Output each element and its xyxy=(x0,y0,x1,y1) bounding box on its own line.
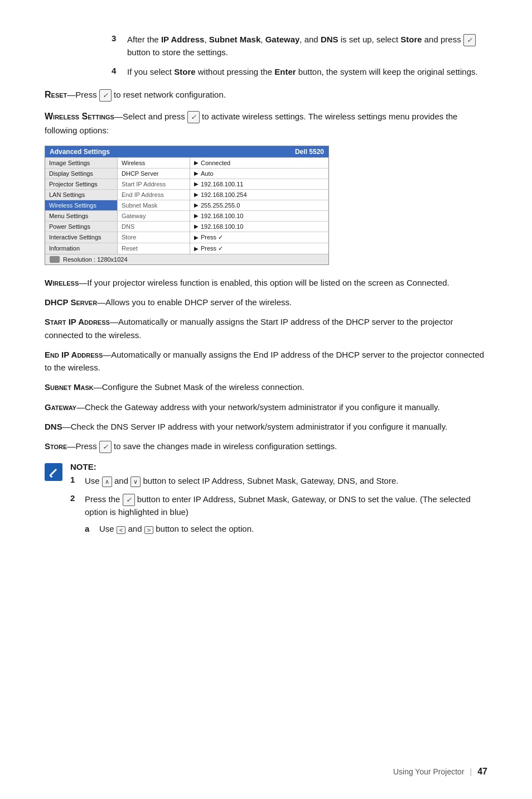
note-sub-text-a: Use < and > button to select the option. xyxy=(99,524,254,533)
desc-subnet: Subnet Mask—Configure the Subnet Mask of… xyxy=(45,381,487,393)
sub-label-a: a xyxy=(85,524,94,533)
left-arrow-btn: < xyxy=(117,526,125,534)
osd-row-8: Information Reset ▶ Press ✓ xyxy=(45,243,328,254)
osd-val-subnet: ▶ 255.255.255.0 xyxy=(190,200,328,210)
desc-start-ip: Start IP Address—Automatically or manual… xyxy=(45,315,487,341)
osd-mid-wireless: Wireless xyxy=(118,158,190,168)
osd-footer-icon xyxy=(50,256,60,263)
osd-row-7: Interactive Settings Store ▶ Press ✓ xyxy=(45,232,328,243)
note-num-2: 2 xyxy=(70,493,79,519)
osd-mid-reset: Reset xyxy=(118,243,190,254)
note-icon xyxy=(45,463,62,481)
wireless-settings-section: Wireless Settings—Select and press ✓ to … xyxy=(45,110,487,137)
note-enter-btn: ✓ xyxy=(123,494,135,506)
osd-mid-dhcp: DHCP Server xyxy=(118,169,190,179)
osd-header-model: Dell 5520 xyxy=(295,148,324,156)
osd-mid-store: Store xyxy=(118,232,190,243)
desc-wireless: Wireless—If your projector wireless func… xyxy=(45,276,487,289)
step-4: 4 If you select Store without pressing t… xyxy=(112,66,487,79)
wireless-settings-label: Wireless Settings xyxy=(45,112,114,121)
osd-footer: Resolution : 1280x1024 xyxy=(45,254,328,264)
note-text-2: Press the ✓ button to enter IP Address, … xyxy=(85,493,487,519)
page-number: 47 xyxy=(477,767,487,777)
osd-menu-power: Power Settings xyxy=(45,222,118,232)
up-arrow-btn: ∧ xyxy=(102,476,112,487)
page-footer: Using Your Projector | 47 xyxy=(393,767,487,777)
store-btn-icon: ✓ xyxy=(99,441,112,454)
step-3-number: 3 xyxy=(112,33,120,59)
osd-header-title: Advanced Settings xyxy=(50,148,110,156)
osd-row-5: Menu Settings Gateway ▶ 192.168.100.10 xyxy=(45,210,328,221)
osd-val-startip: ▶ 192.168.100.11 xyxy=(190,179,328,189)
osd-row-3: LAN Settings End IP Address ▶ 192.168.10… xyxy=(45,189,328,200)
step-3-text: After the IP Address, Subnet Mask, Gatew… xyxy=(127,33,487,59)
step-4-text: If you select Store without pressing the… xyxy=(127,66,487,79)
osd-menu-projector: Projector Settings xyxy=(45,179,118,189)
osd-val-endip: ▶ 192.168.100.254 xyxy=(190,190,328,200)
osd-menu-interactive: Interactive Settings xyxy=(45,232,118,243)
note-item-1: 1 Use ∧ and ∨ button to select IP Addres… xyxy=(70,475,487,488)
osd-menu-lan: LAN Settings xyxy=(45,190,118,200)
reset-btn-icon: ✓ xyxy=(99,89,112,102)
step-3: 3 After the IP Address, Subnet Mask, Gat… xyxy=(112,33,487,59)
osd-row-2: Projector Settings Start IP Address ▶ 19… xyxy=(45,179,328,189)
down-arrow-btn: ∨ xyxy=(130,476,141,487)
note-content: NOTE: 1 Use ∧ and ∨ button to select IP … xyxy=(70,462,487,533)
osd-val-dns: ▶ 192.168.100.10 xyxy=(190,222,328,232)
step-4-number: 4 xyxy=(112,66,120,79)
osd-val-gateway: ▶ 192.168.100.10 xyxy=(190,211,328,221)
note-num-1: 1 xyxy=(70,475,79,488)
pencil-icon xyxy=(48,466,59,478)
osd-menu-image: Image Settings xyxy=(45,158,118,168)
desc-gateway: Gateway—Check the Gateway address with y… xyxy=(45,401,487,413)
osd-mid-startip: Start IP Address xyxy=(118,179,190,189)
osd-menu-info: Information xyxy=(45,243,118,254)
osd-row-6: Power Settings DNS ▶ 192.168.100.10 xyxy=(45,221,328,232)
osd-footer-resolution: Resolution : 1280x1024 xyxy=(63,256,128,263)
osd-row-1: Display Settings DHCP Server ▶ Auto xyxy=(45,168,328,179)
wireless-settings-btn-icon: ✓ xyxy=(187,111,200,124)
osd-menu-menu: Menu Settings xyxy=(45,211,118,221)
desc-end-ip: End IP Address—Automatically or manually… xyxy=(45,348,487,374)
osd-menu-wireless: Wireless Settings xyxy=(45,200,118,210)
osd-table: Advanced Settings Dell 5520 Image Settin… xyxy=(45,146,329,265)
osd-val-auto: ▶ Auto xyxy=(190,169,328,179)
footer-separator: | xyxy=(470,767,472,776)
desc-store: Store—Press ✓ to save the changes made i… xyxy=(45,440,487,453)
osd-mid-dns: DNS xyxy=(118,222,190,232)
footer-text: Using Your Projector xyxy=(393,767,465,776)
osd-header: Advanced Settings Dell 5520 xyxy=(45,146,328,157)
osd-mid-gateway: Gateway xyxy=(118,211,190,221)
note-title: NOTE: xyxy=(70,462,487,471)
note-item-2: 2 Press the ✓ button to enter IP Address… xyxy=(70,493,487,519)
reset-section: Reset—Press ✓ to reset network configura… xyxy=(45,88,487,102)
osd-mid-subnet: Subnet Mask xyxy=(118,200,190,210)
osd-mid-endip: End IP Address xyxy=(118,190,190,200)
desc-dhcp: DHCP Server—Allows you to enable DHCP se… xyxy=(45,296,487,309)
desc-dns: DNS—Check the DNS Server IP address with… xyxy=(45,420,487,433)
osd-row-4: Wireless Settings Subnet Mask ▶ 255.255.… xyxy=(45,200,328,210)
osd-val-reset: ▶ Press ✓ xyxy=(190,243,328,254)
note-text-1: Use ∧ and ∨ button to select IP Address,… xyxy=(85,475,398,488)
osd-val-store: ▶ Press ✓ xyxy=(190,232,328,243)
page-content: 3 After the IP Address, Subnet Mask, Gat… xyxy=(0,0,532,588)
right-arrow-btn: > xyxy=(144,526,153,534)
osd-row-0: Image Settings Wireless ▶ Connected xyxy=(45,157,328,168)
osd-menu-display: Display Settings xyxy=(45,169,118,179)
reset-label: Reset xyxy=(45,90,67,99)
note-sub-item-a: a Use < and > button to select the optio… xyxy=(85,524,487,533)
note-section: NOTE: 1 Use ∧ and ∨ button to select IP … xyxy=(45,462,487,533)
osd-val-connected: ▶ Connected xyxy=(190,158,328,168)
